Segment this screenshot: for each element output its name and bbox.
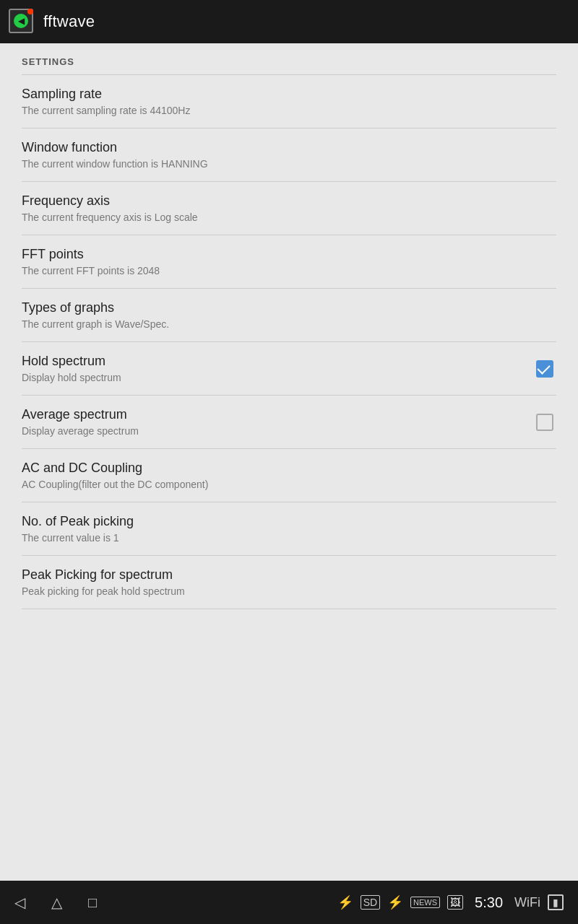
- setting-title-sampling-rate: Sampling rate: [22, 87, 556, 102]
- setting-title-ac-dc-coupling: AC and DC Coupling: [22, 461, 556, 476]
- setting-text-types-of-graphs: Types of graphsThe current graph is Wave…: [22, 300, 556, 330]
- image-icon: 🖼: [447, 895, 463, 910]
- status-time: 5:30: [475, 894, 503, 911]
- checkbox-checked-hold-spectrum: [536, 360, 553, 378]
- setting-text-window-function: Window functionThe current window functi…: [22, 140, 556, 170]
- battery-icon: ▮: [548, 894, 564, 910]
- settings-list: Sampling rateThe current sampling rate i…: [0, 75, 578, 609]
- setting-text-fft-points: FFT pointsThe current FFT points is 2048: [22, 247, 556, 276]
- main-content: SETTINGS Sampling rateThe current sampli…: [0, 43, 578, 881]
- setting-subtitle-ac-dc-coupling: AC Coupling(filter out the DC component): [22, 479, 556, 490]
- usb-icon: ⚡: [337, 894, 353, 910]
- setting-title-average-spectrum: Average spectrum: [22, 407, 533, 422]
- nav-left: ◁ △ □: [14, 894, 97, 911]
- setting-item-window-function[interactable]: Window functionThe current window functi…: [0, 128, 578, 181]
- checkbox-unchecked-average-spectrum: [536, 414, 553, 431]
- setting-text-sampling-rate: Sampling rateThe current sampling rate i…: [22, 87, 556, 116]
- top-bar: ◀ fftwave: [0, 0, 578, 43]
- wifi-icon: WiFi: [514, 895, 540, 910]
- setting-text-peak-picking-spectrum: Peak Picking for spectrumPeak picking fo…: [22, 567, 556, 597]
- setting-subtitle-types-of-graphs: The current graph is Wave/Spec.: [22, 318, 556, 330]
- bottom-bar: ◁ △ □ ⚡ SD ⚡ NEWS 🖼 5:30 WiFi ▮: [0, 881, 578, 924]
- setting-title-frequency-axis: Frequency axis: [22, 193, 556, 209]
- setting-item-average-spectrum[interactable]: Average spectrumDisplay average spectrum: [0, 396, 578, 448]
- setting-title-fft-points: FFT points: [22, 247, 556, 262]
- nav-right: ⚡ SD ⚡ NEWS 🖼 5:30 WiFi ▮: [337, 894, 564, 911]
- storage-icon: SD: [361, 895, 380, 910]
- usb2-icon: ⚡: [387, 894, 403, 910]
- divider-peak-picking-spectrum: [22, 609, 556, 609]
- setting-text-frequency-axis: Frequency axisThe current frequency axis…: [22, 193, 556, 223]
- news-icon: NEWS: [410, 897, 440, 908]
- nav-home-icon[interactable]: △: [51, 894, 62, 911]
- setting-text-ac-dc-coupling: AC and DC CouplingAC Coupling(filter out…: [22, 461, 556, 490]
- setting-item-ac-dc-coupling[interactable]: AC and DC CouplingAC Coupling(filter out…: [0, 449, 578, 502]
- app-title: fftwave: [43, 12, 95, 31]
- app-icon: ◀: [9, 9, 35, 35]
- checkbox-average-spectrum[interactable]: [533, 411, 556, 434]
- setting-item-types-of-graphs[interactable]: Types of graphsThe current graph is Wave…: [0, 289, 578, 341]
- setting-item-peak-picking[interactable]: No. of Peak pickingThe current value is …: [0, 502, 578, 555]
- setting-subtitle-hold-spectrum: Display hold spectrum: [22, 372, 533, 383]
- setting-text-average-spectrum: Average spectrumDisplay average spectrum: [22, 407, 533, 437]
- checkbox-hold-spectrum[interactable]: [533, 357, 556, 380]
- setting-subtitle-peak-picking-spectrum: Peak picking for peak hold spectrum: [22, 585, 556, 597]
- nav-back-icon[interactable]: ◁: [14, 894, 25, 911]
- setting-subtitle-frequency-axis: The current frequency axis is Log scale: [22, 212, 556, 223]
- setting-item-hold-spectrum[interactable]: Hold spectrumDisplay hold spectrum: [0, 342, 578, 395]
- setting-title-hold-spectrum: Hold spectrum: [22, 354, 533, 369]
- setting-item-fft-points[interactable]: FFT pointsThe current FFT points is 2048: [0, 235, 578, 288]
- setting-item-frequency-axis[interactable]: Frequency axisThe current frequency axis…: [0, 182, 578, 235]
- setting-text-peak-picking: No. of Peak pickingThe current value is …: [22, 514, 556, 544]
- setting-title-peak-picking: No. of Peak picking: [22, 514, 556, 529]
- setting-subtitle-peak-picking: The current value is 1: [22, 532, 556, 544]
- setting-subtitle-window-function: The current window function is HANNING: [22, 158, 556, 170]
- setting-item-sampling-rate[interactable]: Sampling rateThe current sampling rate i…: [0, 75, 578, 128]
- setting-subtitle-fft-points: The current FFT points is 2048: [22, 265, 556, 276]
- setting-subtitle-average-spectrum: Display average spectrum: [22, 425, 533, 437]
- settings-header: SETTINGS: [0, 43, 578, 74]
- nav-recent-icon[interactable]: □: [88, 894, 97, 911]
- setting-title-peak-picking-spectrum: Peak Picking for spectrum: [22, 567, 556, 583]
- setting-title-types-of-graphs: Types of graphs: [22, 300, 556, 315]
- setting-title-window-function: Window function: [22, 140, 556, 155]
- setting-text-hold-spectrum: Hold spectrumDisplay hold spectrum: [22, 354, 533, 383]
- setting-subtitle-sampling-rate: The current sampling rate is 44100Hz: [22, 105, 556, 116]
- setting-item-peak-picking-spectrum[interactable]: Peak Picking for spectrumPeak picking fo…: [0, 556, 578, 609]
